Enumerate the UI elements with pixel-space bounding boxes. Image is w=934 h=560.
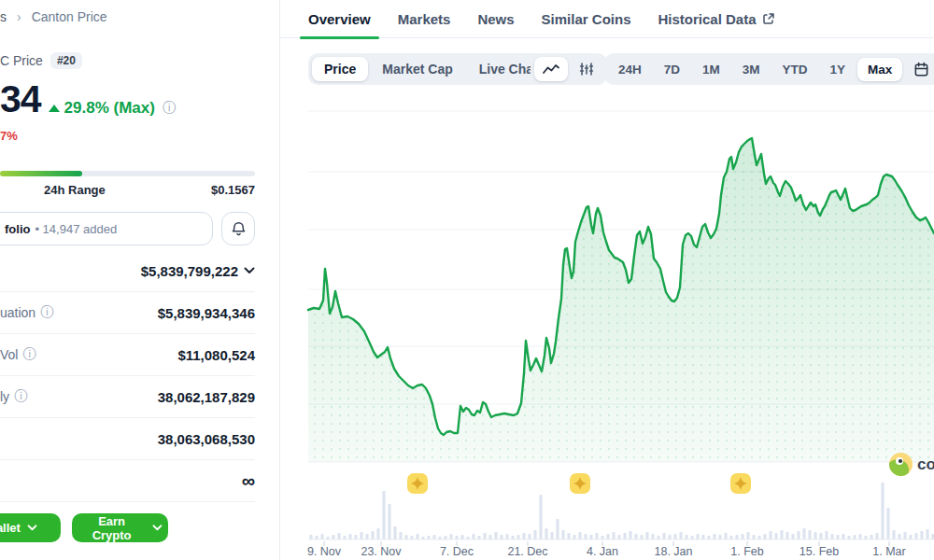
candlestick-chart-icon (578, 63, 595, 76)
current-price: 34 (0, 80, 41, 119)
tab-bar: Overview Markets News Similar Coins Hist… (280, 0, 934, 38)
metric-market-cap-button[interactable]: Market Cap (370, 57, 464, 81)
range-1m-button[interactable]: 1M (692, 58, 730, 81)
stats-table: $5,839,799,222 uation ⓘ $5,839,934,346 V… (0, 250, 255, 502)
coin-summary-panel: s › Canton Price C Price #20 34 29.8% (M… (0, 0, 280, 560)
breadcrumb: s › Canton Price (0, 9, 107, 24)
price-alert-button[interactable] (221, 212, 255, 245)
tab-markets[interactable]: Markets (389, 0, 460, 38)
candlestick-chart-type-button[interactable] (570, 57, 603, 81)
tab-historical-data[interactable]: Historical Data (649, 0, 783, 38)
external-link-icon (762, 12, 775, 25)
price-row: 34 29.8% (Max) ⓘ (0, 80, 176, 119)
info-icon[interactable]: ⓘ (40, 304, 53, 321)
max-supply-value: ∞ (242, 470, 255, 492)
secondary-change: 7% (0, 129, 18, 143)
time-range-selector: 24H 7D 1M 3M YTD 1Y Max (604, 53, 934, 85)
chevron-down-icon (152, 525, 163, 531)
range-ytd-button[interactable]: YTD (772, 58, 818, 81)
volume-label: Vol (0, 347, 18, 362)
info-icon[interactable]: ⓘ (14, 388, 27, 405)
range-max-button[interactable]: Max (857, 58, 902, 81)
fdv-value: $5,839,934,346 (158, 305, 255, 321)
bell-icon (231, 221, 247, 237)
info-icon[interactable]: ⓘ (163, 100, 176, 117)
range-3m-button[interactable]: 3M (732, 58, 771, 81)
price-change: 29.8% (Max) (49, 99, 155, 118)
line-chart-icon (542, 63, 560, 76)
price-change-label: 29.8% (Max) (64, 99, 155, 118)
earn-crypto-button[interactable]: Earn Crypto (72, 513, 168, 542)
range-labels: 24h Range $0.1567 (0, 183, 255, 198)
circulating-supply-value: 38,062,187,829 (158, 389, 255, 405)
chevron-right-icon: › (17, 9, 21, 24)
range-1y-button[interactable]: 1Y (820, 58, 856, 81)
metric-price-button[interactable]: Price (312, 57, 368, 81)
metric-toggle: Price Market Cap Live Chart (308, 53, 559, 85)
range-7d-button[interactable]: 7D (654, 58, 690, 81)
tab-overview[interactable]: Overview (300, 0, 379, 38)
coin-detail-panel: Overview Markets News Similar Coins Hist… (280, 0, 934, 560)
stat-row-fdv: uation ⓘ $5,839,934,346 (0, 292, 255, 334)
calendar-range-button[interactable] (904, 57, 934, 81)
range-slider-fill (0, 171, 82, 176)
chart-type-toggle (531, 53, 607, 85)
stat-row-circulating-supply: ly ⓘ 38,062,187,829 (0, 376, 255, 418)
breadcrumb-current: Canton Price (32, 9, 107, 24)
tab-similar-coins[interactable]: Similar Coins (533, 0, 640, 38)
range-high-value: $0.1567 (211, 183, 255, 197)
circulating-supply-label: ly (0, 389, 9, 404)
tab-news[interactable]: News (469, 0, 522, 38)
portfolio-label: folio (5, 222, 30, 236)
range-label: 24h Range (44, 183, 106, 197)
action-buttons: Wallet Earn Crypto (0, 513, 279, 542)
coin-name: C Price (0, 53, 43, 68)
stat-row-max-supply: ∞ (0, 460, 255, 502)
earn-crypto-button-label: Earn Crypto (78, 514, 146, 542)
stat-row-volume: Vol ⓘ $11,080,524 (0, 334, 255, 376)
stat-row-market-cap[interactable]: $5,839,799,222 (0, 250, 255, 292)
range-slider (0, 171, 255, 176)
rank-badge: #20 (50, 52, 82, 69)
add-to-portfolio-button[interactable]: folio • 14,947 added (0, 212, 213, 245)
line-chart-type-button[interactable] (534, 57, 568, 81)
stat-row-total-supply: 38,063,068,530 (0, 418, 255, 460)
wallet-button[interactable]: Wallet (0, 513, 61, 542)
volume-value: $11,080,524 (177, 347, 255, 363)
range-24h-button[interactable]: 24H (608, 58, 652, 81)
portfolio-added-count: • 14,947 added (35, 222, 117, 236)
arrow-up-icon (49, 105, 60, 112)
coin-title-row: C Price #20 (0, 52, 82, 69)
info-icon[interactable]: ⓘ (22, 346, 35, 363)
chevron-down-icon (27, 525, 37, 531)
coingecko-coin-page: { "breadcrumb": {"root_fragment": "s", "… (0, 0, 934, 560)
active-tab-underline (300, 36, 379, 39)
breadcrumb-root[interactable]: s (0, 9, 7, 24)
chevron-down-icon[interactable] (244, 267, 255, 274)
total-supply-value: 38,063,068,530 (158, 431, 255, 447)
wallet-button-label: Wallet (0, 521, 21, 535)
calendar-icon (913, 62, 929, 77)
market-cap-value: $5,839,799,222 (141, 263, 238, 279)
fdv-label: uation (0, 305, 35, 320)
